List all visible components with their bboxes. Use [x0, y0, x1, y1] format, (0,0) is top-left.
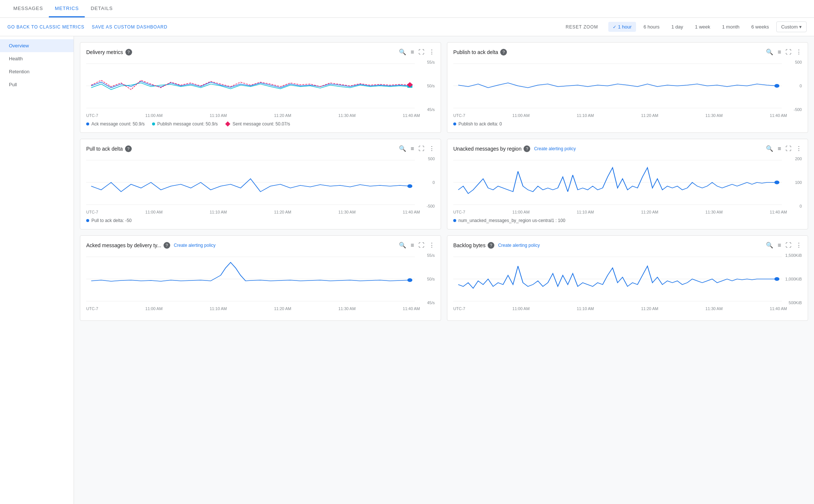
reset-zoom-button[interactable]: RESET ZOOM — [566, 24, 598, 30]
chart-title: Pull to ack delta — [86, 146, 123, 152]
legend-diamond-sent — [225, 121, 231, 127]
chart-legend: Ack message count: 50.9/s Publish messag… — [86, 121, 435, 127]
more-icon[interactable]: ⋮ — [429, 145, 435, 152]
chart-area: 500 0 -500 — [86, 157, 435, 208]
y-axis-top: 55/s — [427, 60, 435, 64]
search-icon[interactable]: 🔍 — [399, 145, 406, 152]
search-icon[interactable]: 🔍 — [399, 48, 406, 56]
svg-point-17 — [774, 181, 779, 184]
help-icon[interactable]: ? — [125, 145, 132, 152]
chart-header: Publish to ack delta ? 🔍 ≡ ⛶ ⋮ — [453, 48, 802, 56]
help-icon[interactable]: ? — [488, 242, 494, 249]
x-axis: UTC-7 11:00 AM 11:10 AM 11:20 AM 11:30 A… — [453, 306, 802, 311]
tab-messages[interactable]: MESSAGES — [7, 0, 49, 17]
y-axis-mid: 50/s — [427, 277, 435, 281]
search-icon[interactable]: 🔍 — [399, 242, 406, 249]
legend-icon[interactable]: ≡ — [411, 49, 414, 56]
time-btn-1hour[interactable]: 1 hour — [608, 22, 636, 32]
sidebar-item-overview[interactable]: Overview — [0, 39, 74, 52]
chart-actions: 🔍 ≡ ⛶ ⋮ — [766, 48, 802, 56]
more-icon[interactable]: ⋮ — [796, 242, 802, 249]
y-axis-mid: 1,000KiB — [785, 277, 802, 281]
save-dashboard-link[interactable]: SAVE AS CUSTOM DASHBOARD — [92, 24, 167, 30]
x-axis: UTC-7 11:00 AM 11:10 AM 11:20 AM 11:30 A… — [453, 210, 802, 214]
chart-backlog-bytes: Backlog bytes ? Create alerting policy 🔍… — [447, 235, 808, 321]
svg-point-13 — [407, 184, 412, 188]
more-icon[interactable]: ⋮ — [429, 242, 435, 249]
y-axis-top: 500 — [428, 157, 435, 161]
search-icon[interactable]: 🔍 — [766, 145, 773, 152]
chart-legend: Pull to ack delta: -50 — [86, 218, 435, 223]
help-icon[interactable]: ? — [524, 145, 530, 152]
y-axis-mid: 50/s — [427, 84, 435, 88]
search-icon[interactable]: 🔍 — [766, 48, 773, 56]
time-btn-1week[interactable]: 1 week — [690, 22, 714, 32]
create-alert-link[interactable]: Create alerting policy — [174, 243, 216, 248]
chart-area: 500 0 -500 — [453, 60, 802, 112]
tab-metrics[interactable]: METRICS — [49, 0, 85, 17]
legend-dot — [86, 219, 89, 222]
time-btn-6hours[interactable]: 6 hours — [639, 22, 664, 32]
time-btn-1day[interactable]: 1 day — [667, 22, 688, 32]
chart-acked-messages: Acked messages by delivery ty... ? Creat… — [80, 235, 441, 321]
more-icon[interactable]: ⋮ — [796, 48, 802, 56]
help-icon[interactable]: ? — [164, 242, 170, 249]
more-icon[interactable]: ⋮ — [429, 48, 435, 56]
sidebar-item-health[interactable]: Health — [0, 52, 74, 65]
chart-title: Delivery metrics — [86, 49, 123, 55]
y-axis-mid: 0 — [433, 180, 435, 185]
expand-icon[interactable]: ⛶ — [418, 242, 424, 249]
expand-icon[interactable]: ⛶ — [418, 49, 424, 56]
chart-area: 200 100 0 — [453, 157, 802, 208]
legend-item-publish: Publish message count: 50.9/s — [152, 121, 218, 127]
chart-area: 55/s 50/s 45/s — [86, 60, 435, 112]
create-alert-link[interactable]: Create alerting policy — [498, 243, 540, 248]
y-axis-mid: 0 — [800, 84, 802, 88]
y-axis-bot: 500KiB — [789, 300, 802, 305]
tab-details[interactable]: DETAILS — [85, 0, 119, 17]
y-axis-bot: 45/s — [427, 107, 435, 112]
chart-title: Unacked messages by region — [453, 146, 521, 152]
chart-header: Pull to ack delta ? 🔍 ≡ ⛶ ⋮ — [86, 145, 435, 152]
expand-icon[interactable]: ⛶ — [418, 145, 424, 152]
x-axis: UTC-7 11:00 AM 11:10 AM 11:20 AM 11:30 A… — [86, 113, 435, 118]
go-back-link[interactable]: GO BACK TO CLASSIC METRICS — [7, 24, 84, 30]
y-axis-top: 500 — [795, 60, 802, 64]
y-axis-bot: 45/s — [427, 300, 435, 305]
legend-icon[interactable]: ≡ — [778, 242, 781, 249]
legend-item-pull-delta: Pull to ack delta: -50 — [86, 218, 132, 223]
x-axis: UTC-7 11:00 AM 11:10 AM 11:20 AM 11:30 A… — [86, 306, 435, 311]
chart-actions: 🔍 ≡ ⛶ ⋮ — [399, 242, 435, 249]
content-area: Delivery metrics ? 🔍 ≡ ⛶ ⋮ — [74, 36, 814, 504]
expand-icon[interactable]: ⛶ — [786, 49, 791, 56]
more-icon[interactable]: ⋮ — [796, 145, 802, 152]
time-btn-1month[interactable]: 1 month — [718, 22, 744, 32]
sidebar-item-retention[interactable]: Retention — [0, 65, 74, 78]
chart-header: Delivery metrics ? 🔍 ≡ ⛶ ⋮ — [86, 48, 435, 56]
legend-icon[interactable]: ≡ — [778, 145, 781, 152]
chart-header: Backlog bytes ? Create alerting policy 🔍… — [453, 242, 802, 249]
svg-point-21 — [407, 278, 412, 282]
legend-icon[interactable]: ≡ — [411, 242, 414, 249]
chart-actions: 🔍 ≡ ⛶ ⋮ — [766, 242, 802, 249]
legend-item-sent: Sent message count: 50.07/s — [225, 121, 290, 127]
main-layout: Overview Health Retention Pull Delivery … — [0, 36, 814, 504]
help-icon[interactable]: ? — [500, 49, 507, 56]
sidebar-item-pull[interactable]: Pull — [0, 78, 74, 91]
legend-item-unacked: num_unacked_messages_by_region us-centra… — [453, 218, 565, 223]
help-icon[interactable]: ? — [125, 49, 132, 56]
time-btn-custom[interactable]: Custom — [776, 21, 807, 32]
y-axis-top: 200 — [795, 157, 802, 161]
legend-dot — [453, 219, 456, 222]
legend-dot — [453, 122, 456, 125]
search-icon[interactable]: 🔍 — [766, 242, 773, 249]
chart-actions: 🔍 ≡ ⛶ ⋮ — [766, 145, 802, 152]
chart-title: Publish to ack delta — [453, 49, 498, 55]
expand-icon[interactable]: ⛶ — [786, 145, 791, 152]
expand-icon[interactable]: ⛶ — [786, 242, 791, 249]
y-axis-bot: -500 — [427, 204, 435, 208]
legend-icon[interactable]: ≡ — [411, 145, 414, 152]
time-btn-6weeks[interactable]: 6 weeks — [747, 22, 774, 32]
legend-icon[interactable]: ≡ — [778, 49, 781, 56]
create-alert-link[interactable]: Create alerting policy — [534, 146, 576, 151]
